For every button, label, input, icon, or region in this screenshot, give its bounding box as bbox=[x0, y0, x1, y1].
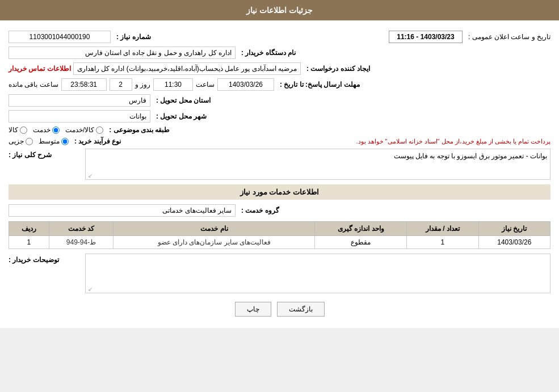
category-label: طبقه بندی موضوعی : bbox=[109, 126, 170, 134]
row-qty: 1 bbox=[407, 236, 478, 249]
process-mutavasset-radio[interactable] bbox=[61, 138, 69, 145]
buyer-desc-resize: ↙ bbox=[87, 286, 93, 292]
process-jozii-radio[interactable] bbox=[26, 138, 33, 145]
col-date: تاریخ نیاز bbox=[478, 222, 550, 236]
deadline-label: مهلت ارسال پاسخ: تا تاریخ : bbox=[280, 81, 360, 88]
row-unit: مقطوع bbox=[315, 236, 407, 249]
deadline-remaining: 23:58:31 bbox=[61, 78, 107, 91]
process-note: پرداخت تمام یا بخشی از مبلغ خرید،از محل … bbox=[124, 138, 550, 145]
process-jozii[interactable]: جزیی bbox=[9, 137, 33, 145]
deadline-date: 1403/03/26 bbox=[217, 78, 274, 91]
category-kala-label: کالا bbox=[9, 126, 18, 134]
col-row: ردیف bbox=[9, 222, 49, 236]
deadline-time: 11:30 bbox=[153, 78, 193, 91]
group-service-value: سایر فعالیت‌های خدماتی bbox=[9, 204, 236, 217]
col-qty: تعداد / مقدار bbox=[407, 222, 478, 236]
contact-link[interactable]: اطلاعات تماس خریدار bbox=[9, 65, 71, 73]
process-mutavasset-label: متوسط bbox=[39, 137, 60, 145]
row-name: فعالیت‌های سایر سازمان‌های دارای عضو bbox=[114, 236, 315, 249]
deadline-day-label: روز و bbox=[135, 81, 150, 88]
need-number-value: 1103001044000190 bbox=[9, 31, 111, 43]
process-mutavasset[interactable]: متوسط bbox=[39, 137, 69, 145]
row-code: ط-94-949 bbox=[49, 236, 114, 249]
buyer-desc-label: توضیحات خریدار : bbox=[9, 256, 59, 264]
deadline-time-label: ساعت bbox=[196, 81, 215, 88]
category-kala[interactable]: کالا bbox=[9, 126, 27, 134]
row-num: 1 bbox=[9, 236, 49, 249]
process-jozii-label: جزیی bbox=[9, 137, 24, 145]
buyer-org-value: اداره کل راهداری و حمل و نقل جاده ای است… bbox=[9, 47, 236, 59]
buyer-desc-box: ↙ bbox=[85, 254, 550, 293]
col-unit: واحد اندازه گیری bbox=[315, 222, 407, 236]
category-khedmat[interactable]: خدمت bbox=[33, 126, 60, 134]
group-service-label: گروه خدمت : bbox=[241, 206, 279, 214]
buyer-desc-section: ↙ توضیحات خریدار : bbox=[9, 254, 550, 293]
category-khedmat-label: خدمت bbox=[33, 126, 51, 134]
desc-value: بوانات - تعمیر موتور برق ایسوزو با توجه … bbox=[394, 152, 547, 160]
category-kala-khedmat-radio[interactable] bbox=[96, 127, 103, 134]
service-table-section: تاریخ نیاز تعداد / مقدار واحد اندازه گیر… bbox=[9, 221, 550, 249]
deadline-remaining-label: ساعت باقی مانده bbox=[9, 81, 58, 88]
col-code: کد خدمت bbox=[49, 222, 114, 236]
resize-handle: ↙ bbox=[87, 172, 93, 178]
announce-datetime-value: 1403/03/23 - 11:16 bbox=[389, 31, 463, 43]
table-row: 1403/03/26 1 مقطوع فعالیت‌های سایر سازما… bbox=[9, 236, 550, 249]
desc-label: شرح کلی نیاز : bbox=[9, 151, 52, 159]
service-table: تاریخ نیاز تعداد / مقدار واحد اندازه گیر… bbox=[9, 221, 550, 249]
need-number-label: شماره نیاز : bbox=[116, 33, 151, 41]
city-label: شهر محل تحویل : bbox=[156, 112, 207, 120]
category-kala-khedmat-label: کالا/خدمت bbox=[65, 126, 94, 134]
buyer-org-label: نام دستگاه خریدار : bbox=[241, 49, 296, 57]
creator-value: مرضیه اسدآبادی پور عامل ذیحساب(آباده،اقل… bbox=[73, 62, 301, 75]
deadline-days: 2 bbox=[110, 78, 132, 91]
desc-box: بوانات - تعمیر موتور برق ایسوزو با توجه … bbox=[85, 149, 550, 180]
action-buttons: بازگشت چاپ bbox=[9, 302, 550, 317]
category-kala-khedmat[interactable]: کالا/خدمت bbox=[65, 126, 103, 134]
service-info-title: اطلاعات خدمات مورد نیاز bbox=[9, 184, 550, 200]
province-label: استان محل تحویل : bbox=[156, 96, 211, 104]
col-name: نام خدمت bbox=[114, 222, 315, 236]
page-title: جزئیات اطلاعات نیاز bbox=[0, 0, 559, 20]
announce-datetime-label: تاریخ و ساعت اعلان عمومی : bbox=[468, 33, 550, 41]
back-button[interactable]: بازگشت bbox=[277, 302, 325, 317]
category-khedmat-radio[interactable] bbox=[52, 127, 60, 134]
city-value: بوانات bbox=[9, 110, 150, 123]
category-kala-radio[interactable] bbox=[20, 127, 27, 134]
row-date: 1403/03/26 bbox=[478, 236, 550, 249]
print-button[interactable]: چاپ bbox=[235, 302, 271, 317]
creator-label: ایجاد کننده درخواست : bbox=[306, 65, 370, 73]
process-label: نوع فرآیند خرید : bbox=[74, 137, 121, 145]
province-value: فارس bbox=[9, 94, 150, 107]
